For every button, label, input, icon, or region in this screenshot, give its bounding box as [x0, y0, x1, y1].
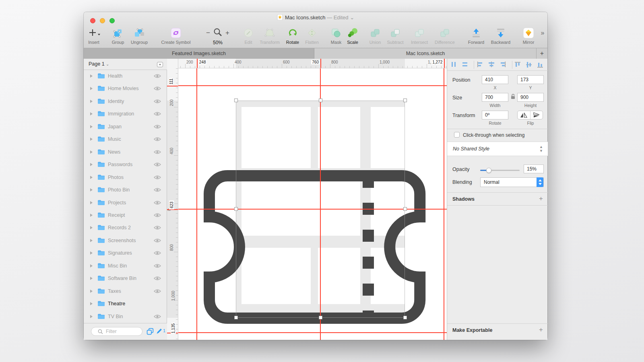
- layer-row-signatures[interactable]: Signatures: [84, 247, 167, 259]
- layer-row-taxes[interactable]: Taxes: [84, 285, 167, 298]
- layer-name[interactable]: Health: [108, 73, 122, 79]
- align-top-icon[interactable]: [514, 61, 522, 70]
- layer-row-music[interactable]: Music: [84, 133, 167, 146]
- page-list-icon[interactable]: [157, 62, 163, 69]
- layer-row-misc-bin[interactable]: Misc Bin: [84, 260, 167, 272]
- size-height-field[interactable]: 900: [517, 93, 544, 102]
- disclosure-triangle-icon[interactable]: [90, 176, 93, 179]
- selection-handle[interactable]: [234, 316, 238, 319]
- disclosure-triangle-icon[interactable]: [90, 239, 93, 242]
- toolbar-item-50[interactable]: −+50%: [206, 27, 229, 47]
- tab-featured-images[interactable]: Featured Images.sketch: [84, 48, 314, 59]
- layer-name[interactable]: Photo Bin: [108, 187, 130, 193]
- layer-name[interactable]: Theatre: [108, 301, 125, 306]
- disclosure-triangle-icon[interactable]: [90, 290, 93, 293]
- align-left-icon[interactable]: [477, 61, 484, 70]
- rotate-field[interactable]: 0º: [482, 111, 508, 119]
- layer-name[interactable]: TV Bin: [108, 314, 123, 319]
- disclosure-triangle-icon[interactable]: [90, 125, 93, 128]
- selection-handle[interactable]: [234, 99, 238, 102]
- pages-panel-icon[interactable]: [146, 327, 154, 337]
- eye-visibility-icon[interactable]: [153, 148, 161, 157]
- disclosure-triangle-icon[interactable]: [90, 251, 93, 255]
- tab-mac-icons[interactable]: Mac Icons.sketch: [314, 48, 537, 59]
- selection-handle[interactable]: [319, 99, 322, 102]
- page-header[interactable]: Page 1 ⌄: [84, 59, 167, 70]
- eye-visibility-icon[interactable]: [153, 72, 161, 81]
- make-exportable-button[interactable]: +: [539, 326, 543, 334]
- layer-row-theatre[interactable]: Theatre: [84, 298, 167, 310]
- eye-visibility-icon[interactable]: [153, 249, 161, 258]
- selection-handle[interactable]: [403, 99, 407, 102]
- eye-visibility-icon[interactable]: [153, 262, 161, 271]
- distribute-vertically-icon[interactable]: [461, 61, 469, 70]
- layer-name[interactable]: Receipt: [108, 212, 125, 218]
- disclosure-triangle-icon[interactable]: [90, 100, 93, 103]
- align-right-icon[interactable]: [499, 61, 506, 70]
- layer-row-identity[interactable]: Identity: [84, 95, 167, 108]
- selection-handle[interactable]: [403, 207, 407, 211]
- eye-visibility-icon[interactable]: [153, 174, 161, 183]
- zoom-level[interactable]: 50%: [206, 40, 229, 45]
- disclosure-triangle-icon[interactable]: [90, 188, 93, 191]
- toolbar-item-group[interactable]: Group: [107, 27, 129, 47]
- align-middle-vertical-icon[interactable]: [526, 61, 533, 70]
- layer-name[interactable]: Screenshots: [108, 238, 136, 243]
- layer-row-news[interactable]: News: [84, 146, 167, 158]
- toolbar-item-difference[interactable]: Difference: [428, 27, 462, 47]
- eye-visibility-icon[interactable]: [153, 288, 161, 296]
- disclosure-triangle-icon[interactable]: [90, 302, 93, 305]
- vertical-ruler[interactable]: 2004008001,00001116231,135: [167, 59, 178, 340]
- zoom-out-button[interactable]: −: [206, 29, 210, 37]
- selection-handle[interactable]: [403, 316, 407, 319]
- layer-row-health[interactable]: Health: [84, 70, 167, 82]
- layer-row-home-movies[interactable]: Home Movies: [84, 82, 167, 95]
- disclosure-triangle-icon[interactable]: [90, 226, 93, 229]
- layer-name[interactable]: Home Movies: [108, 86, 138, 91]
- layer-name[interactable]: Projects: [108, 200, 126, 206]
- toolbar-item-ungroup[interactable]: Ungroup: [127, 27, 152, 47]
- disclosure-triangle-icon[interactable]: [90, 277, 93, 280]
- disclosure-triangle-icon[interactable]: [90, 138, 93, 141]
- eye-visibility-icon[interactable]: [153, 98, 161, 107]
- new-tab-button[interactable]: +: [536, 48, 547, 59]
- layer-name[interactable]: News: [108, 149, 120, 155]
- align-center-horizontal-icon[interactable]: [488, 61, 495, 70]
- eye-visibility-icon[interactable]: [153, 123, 161, 132]
- opacity-slider-thumb[interactable]: [486, 168, 491, 173]
- toolbar-item-forward[interactable]: Forward: [464, 27, 489, 47]
- layer-row-immigration[interactable]: Immigration: [84, 108, 167, 120]
- layer-name[interactable]: Records 2: [108, 225, 131, 230]
- blending-dropdown[interactable]: Normal: [480, 177, 544, 187]
- layer-name[interactable]: Misc Bin: [108, 263, 127, 269]
- distribute-horizontally-icon[interactable]: [450, 61, 457, 70]
- eye-visibility-icon[interactable]: [153, 275, 161, 284]
- size-width-field[interactable]: 700: [482, 93, 508, 102]
- eye-visibility-icon[interactable]: [153, 212, 161, 220]
- pencil-edit-icon[interactable]: [156, 327, 163, 336]
- disclosure-triangle-icon[interactable]: [90, 315, 93, 318]
- selection-handle[interactable]: [319, 316, 322, 319]
- layer-name[interactable]: Taxes: [108, 288, 121, 294]
- layer-name[interactable]: Passwords: [108, 162, 132, 167]
- toolbar-item-create-symbol[interactable]: Create Symbol: [155, 27, 197, 47]
- layer-row-passwords[interactable]: Passwords: [84, 158, 167, 171]
- layer-name[interactable]: Music: [108, 136, 121, 142]
- layer-row-records-2[interactable]: Records 2: [84, 222, 167, 234]
- disclosure-triangle-icon[interactable]: [90, 214, 93, 217]
- layer-row-projects[interactable]: Projects: [84, 197, 167, 209]
- toolbar-item-insert[interactable]: Insert: [83, 27, 105, 47]
- eye-visibility-icon[interactable]: [153, 110, 161, 119]
- disclosure-triangle-icon[interactable]: [90, 87, 93, 90]
- toolbar-item-flatten[interactable]: Flatten: [299, 27, 325, 47]
- layer-row-receipt[interactable]: Receipt: [84, 209, 167, 222]
- add-shadow-button[interactable]: +: [539, 195, 543, 203]
- layer-name[interactable]: Immigration: [108, 111, 134, 117]
- layer-row-tv-bin[interactable]: TV Bin: [84, 311, 167, 323]
- disclosure-triangle-icon[interactable]: [90, 74, 93, 78]
- flip-vertical-button[interactable]: [530, 111, 543, 119]
- layer-name[interactable]: Identity: [108, 99, 124, 104]
- position-x-field[interactable]: 410: [482, 75, 508, 84]
- flip-horizontal-button[interactable]: [518, 111, 530, 119]
- layer-name[interactable]: Photos: [108, 175, 124, 180]
